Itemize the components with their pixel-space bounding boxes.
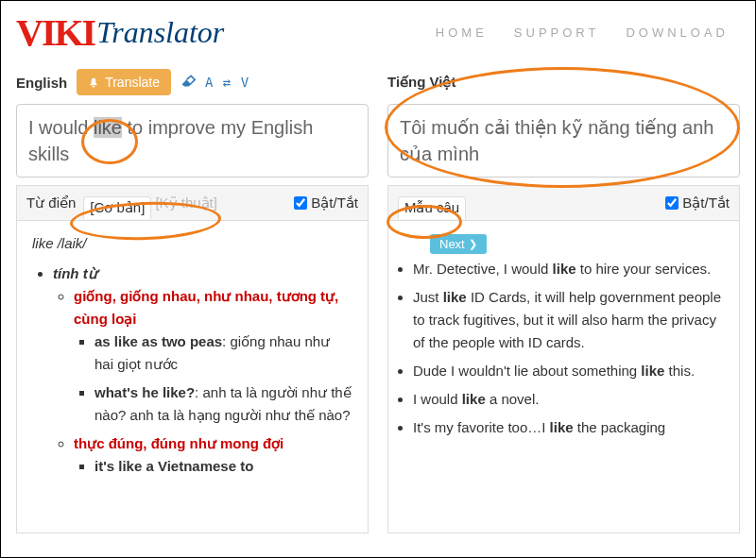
tab-tech[interactable]: [Kỹ thuật] xyxy=(155,194,217,211)
target-lang-label: Tiếng Việt xyxy=(387,74,455,91)
source-lang-label: English xyxy=(16,75,67,91)
highlighted-word: like xyxy=(94,117,122,138)
chevron-right-icon: ❯ xyxy=(469,238,477,250)
dict-content: like /laik/ tính từ giống, giống nhau, n… xyxy=(16,220,369,533)
sentence-item: Mr. Detective, I would like to hire your… xyxy=(413,258,724,280)
tab-sentences[interactable]: Mẫu câu xyxy=(398,196,466,219)
logo-viki: VIKI xyxy=(16,10,94,55)
nav-links: HOME SUPPORT DOWNLOAD xyxy=(436,25,740,40)
sentence-item: Dude I wouldn't lie about something like… xyxy=(413,360,724,382)
tab-basic[interactable]: [Cơ bản] xyxy=(83,196,151,219)
left-column: English Translate A ⇄ V I would like to … xyxy=(16,59,369,533)
sentence-item: Just like ID Cards, it will help governm… xyxy=(413,286,724,354)
dict-tab-row: Từ điển [Cơ bản] [Kỹ thuật] Bật/Tắt xyxy=(16,185,369,220)
translate-button[interactable]: Translate xyxy=(77,69,171,95)
sentences-content: Next ❯ Mr. Detective, I would like to hi… xyxy=(387,220,740,533)
sentence-item: I would like a novel. xyxy=(413,388,724,411)
sent-tab-row: Mẫu câu Bật/Tắt xyxy=(387,185,740,220)
swap-lang-button[interactable]: A ⇄ V xyxy=(205,75,249,90)
translate-button-label: Translate xyxy=(105,75,160,90)
bell-icon xyxy=(88,76,99,88)
nav-support[interactable]: SUPPORT xyxy=(514,25,600,40)
dict-toggle[interactable]: Bật/Tắt xyxy=(294,194,358,211)
target-output[interactable]: Tôi muốn cải thiện kỹ năng tiếng anh của… xyxy=(387,104,740,178)
nav-home[interactable]: HOME xyxy=(436,25,488,40)
sent-toggle[interactable]: Bật/Tắt xyxy=(665,194,730,211)
top-nav: VIKI Translator HOME SUPPORT DOWNLOAD xyxy=(1,1,755,59)
headword: like /laik/ xyxy=(32,232,352,255)
dict-toggle-checkbox[interactable] xyxy=(294,196,307,210)
dict-label: Từ điển xyxy=(26,194,76,211)
right-column: Tiếng Việt Tôi muốn cải thiện kỹ năng ti… xyxy=(387,59,740,533)
sentence-item: It's my favorite too…I like the packagin… xyxy=(413,416,724,439)
next-button[interactable]: Next ❯ xyxy=(430,234,487,254)
eraser-icon[interactable] xyxy=(180,75,196,91)
definition-2: thực đúng, đúng như mong đợi xyxy=(74,435,284,451)
source-input[interactable]: I would like to improve my English skill… xyxy=(16,104,369,178)
nav-download[interactable]: DOWNLOAD xyxy=(626,25,729,40)
part-of-speech: tính từ xyxy=(53,265,97,281)
definition-1: giống, giống nhau, như nhau, tương tự, c… xyxy=(74,288,338,327)
sent-toggle-checkbox[interactable] xyxy=(665,196,679,210)
logo-translator: Translator xyxy=(96,15,224,50)
